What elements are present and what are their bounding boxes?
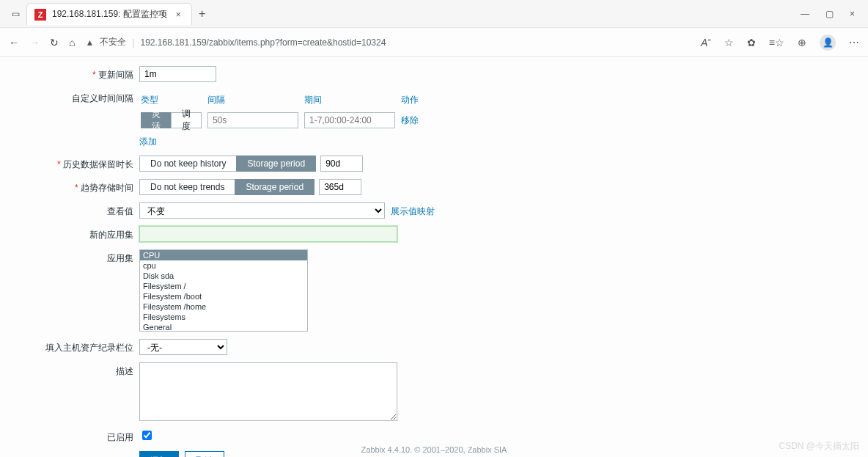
settings-more-button[interactable]: ⋯: [849, 37, 859, 48]
applications-listbox[interactable]: CPUcpuDisk sdaFilesystem /Filesystem /bo…: [139, 249, 308, 332]
label-applications: 应用集: [0, 249, 139, 265]
tab-list-icon[interactable]: ▭: [4, 3, 26, 25]
profile-avatar[interactable]: 👤: [820, 34, 836, 51]
footer-text: Zabbix 4.4.10. © 2001–2020, Zabbix SIA: [0, 445, 868, 454]
interval-type-flexible[interactable]: 灵活: [141, 112, 172, 128]
nav-refresh-button[interactable]: ↻: [50, 37, 59, 48]
favorite-icon[interactable]: ☆: [724, 37, 734, 48]
trends-value-input[interactable]: [319, 179, 361, 195]
trends-storage-period[interactable]: Storage period: [235, 179, 315, 195]
application-option[interactable]: Filesystem /home: [140, 301, 307, 312]
label-custom-intervals: 自定义时间间隔: [0, 89, 139, 105]
application-option[interactable]: General: [140, 322, 307, 332]
nav-back-button[interactable]: ←: [9, 37, 19, 48]
interval-period-input[interactable]: [304, 112, 395, 128]
interval-delay-input[interactable]: [207, 112, 298, 128]
nav-home-button[interactable]: ⌂: [69, 37, 75, 48]
application-option[interactable]: CPU: [140, 250, 307, 260]
col-interval: 间隔: [207, 91, 303, 109]
label-enabled: 已启用: [0, 428, 139, 444]
nav-forward-button: →: [29, 37, 40, 48]
new-tab-button[interactable]: +: [192, 7, 213, 21]
value-mapping-link[interactable]: 展示值映射: [391, 202, 435, 218]
window-close-button[interactable]: ×: [850, 9, 855, 19]
window-maximize-button[interactable]: ▢: [825, 9, 834, 19]
custom-intervals-table: 类型 间隔 期间 动作 灵活 调度 移除: [139, 89, 424, 131]
label-show-value: 查看值: [0, 202, 139, 218]
text-size-icon[interactable]: A»: [701, 37, 711, 48]
application-option[interactable]: Filesystems: [140, 312, 307, 322]
history-do-not-keep[interactable]: Do not keep history: [139, 156, 237, 172]
interval-remove-link[interactable]: 移除: [401, 115, 419, 125]
security-label: 不安全: [100, 36, 126, 48]
col-action: 动作: [401, 91, 423, 109]
collections-icon[interactable]: ⊕: [798, 37, 806, 48]
favicon-zabbix: Z: [34, 9, 46, 21]
enabled-checkbox[interactable]: [142, 431, 152, 440]
application-option[interactable]: Filesystem /boot: [140, 291, 307, 301]
label-history: 历史数据保留时长: [0, 156, 139, 171]
favorites-bar-icon[interactable]: ≡☆: [769, 37, 784, 48]
extension-icon[interactable]: ✿: [747, 37, 756, 48]
update-interval-input[interactable]: [139, 66, 216, 82]
title-bar: ▭ Z 192.168.181.159: 配置监控项 × + — ▢ ×: [0, 0, 868, 28]
history-storage-period[interactable]: Storage period: [236, 156, 316, 172]
security-warning-icon: ▲: [85, 37, 94, 48]
window-minimize-button[interactable]: —: [801, 9, 809, 19]
description-textarea[interactable]: [139, 362, 397, 421]
application-option[interactable]: Disk sda: [140, 271, 307, 281]
tab-title: 192.168.181.159: 配置监控项: [52, 8, 167, 21]
address-bar: ← → ↻ ⌂ ▲ 不安全 | 192.168.181.159/zabbix/i…: [0, 28, 868, 57]
label-description: 描述: [0, 362, 139, 378]
url-text: 192.168.181.159/zabbix/items.php?form=cr…: [140, 37, 386, 48]
tab-close-button[interactable]: ×: [173, 10, 184, 20]
trends-do-not-keep[interactable]: Do not keep trends: [139, 179, 235, 195]
label-update-interval: 更新间隔: [0, 66, 139, 81]
label-populate-host: 填入主机资产纪录栏位: [0, 339, 139, 354]
populate-host-select[interactable]: -无-: [139, 339, 227, 355]
show-value-select[interactable]: 不变: [139, 202, 385, 219]
interval-add-link[interactable]: 添加: [139, 136, 157, 147]
address-field[interactable]: ▲ 不安全 | 192.168.181.159/zabbix/items.php…: [85, 36, 691, 48]
browser-tab[interactable]: Z 192.168.181.159: 配置监控项 ×: [26, 3, 192, 25]
col-period: 期间: [304, 91, 400, 109]
interval-type-scheduling[interactable]: 调度: [171, 112, 202, 128]
label-trends: 趋势存储时间: [0, 179, 139, 194]
history-value-input[interactable]: [320, 156, 363, 172]
form-content: 更新间隔 自定义时间间隔 类型 间隔 期间 动作 灵活 调度: [0, 57, 868, 457]
new-application-input[interactable]: [139, 226, 397, 242]
application-option[interactable]: Filesystem /: [140, 281, 307, 291]
label-new-application: 新的应用集: [0, 226, 139, 241]
col-type: 类型: [141, 91, 206, 109]
application-option[interactable]: cpu: [140, 260, 307, 271]
watermark: CSDN @今天摘太阳: [779, 440, 859, 453]
